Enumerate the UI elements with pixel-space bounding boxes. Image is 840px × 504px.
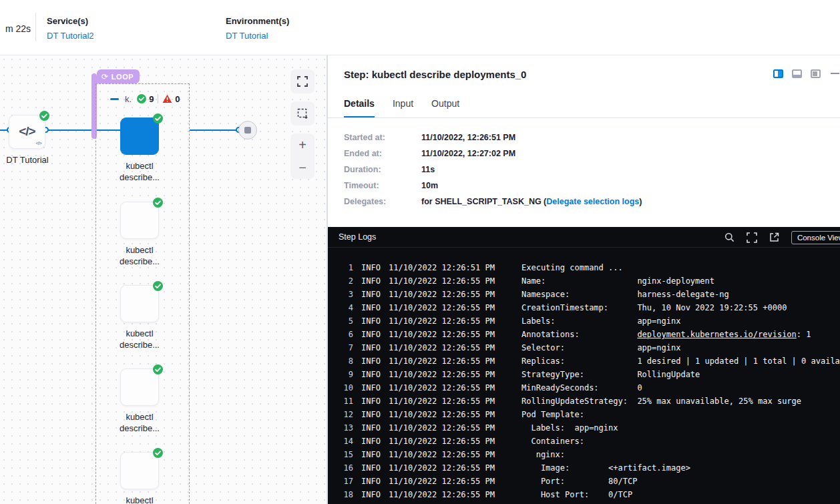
log-line-number: 11 <box>337 395 353 408</box>
layout-left-panel-button[interactable] <box>811 69 821 78</box>
log-line: 13INFO11/10/2022 12:26:55 PM Labels: app… <box>328 421 840 435</box>
minimize-panel-button[interactable] <box>831 73 839 74</box>
log-line: 9INFO11/10/2022 12:26:55 PMStrategyType:… <box>328 368 840 381</box>
log-timestamp: 11/10/2022 12:26:55 PM <box>389 421 494 435</box>
pipeline-node-kubectl-describe[interactable] <box>120 452 159 489</box>
tab-details[interactable]: Details <box>344 98 375 118</box>
log-line-number: 10 <box>337 381 353 395</box>
environment-block: Environment(s) DT Tutorial <box>226 16 289 41</box>
log-timestamp: 11/10/2022 12:26:55 PM <box>389 435 494 448</box>
tab-input[interactable]: Input <box>393 98 413 118</box>
log-line-number: 6 <box>337 328 353 341</box>
success-count: 9 <box>149 94 154 104</box>
log-timestamp: 11/10/2022 12:26:55 PM <box>389 408 494 421</box>
node-label-dt-tutorial: DT Tutorial <box>0 154 64 166</box>
search-logs-button[interactable] <box>724 232 734 242</box>
log-line-number: 4 <box>337 301 353 314</box>
log-message: StrategyType: RollingUpdate <box>521 368 700 381</box>
service-link[interactable]: DT Tutorial2 <box>47 31 94 41</box>
log-output[interactable]: 1INFO11/10/2022 12:26:51 PMExecuting com… <box>328 248 840 504</box>
log-annotation-link[interactable]: deployment.kubernetes.io/revision <box>637 330 796 339</box>
log-line-number: 3 <box>337 288 353 301</box>
environment-label: Environment(s) <box>226 16 289 26</box>
log-line-number: 5 <box>337 314 353 328</box>
detail-label: Started at: <box>344 133 421 142</box>
zoom-out-button[interactable]: − <box>290 156 314 179</box>
log-message: Host Port: 0/TCP <box>521 488 632 501</box>
pipeline-node-kubectl-describe[interactable] <box>120 117 159 155</box>
success-badge-icon <box>39 111 49 121</box>
detail-value: for SHELL_SCRIPT_TASK_NG (Delegate selec… <box>421 197 642 206</box>
log-level: INFO <box>361 288 381 301</box>
detail-row: Ended at:11/10/2022, 12:27:02 PM <box>344 146 642 162</box>
pipeline-graph-canvas[interactable]: ⟳ LOOP k. 9 0 </> </> DT Tutorial kubect… <box>0 55 327 504</box>
loop-badge[interactable]: ⟳ LOOP <box>97 69 140 83</box>
log-level: INFO <box>361 461 381 475</box>
node-label-kubectl-describe: kubectl describe... <box>103 160 176 183</box>
log-timestamp: 11/10/2022 12:26:55 PM <box>389 381 494 395</box>
log-line: 1INFO11/10/2022 12:26:51 PMExecuting com… <box>328 261 840 274</box>
log-line-number: 17 <box>337 475 353 488</box>
marquee-select-icon <box>297 108 308 119</box>
canvas-fullscreen-button[interactable] <box>290 69 314 93</box>
log-message: Namespace: harness-delegate-ng <box>521 288 729 301</box>
detail-value: 11/10/2022, 12:26:51 PM <box>421 133 515 142</box>
log-message: Annotations: deployment.kubernetes.io/re… <box>521 328 811 341</box>
log-line-number: 8 <box>337 354 353 368</box>
pipeline-node-kubectl-describe[interactable] <box>120 285 159 322</box>
console-view-button[interactable]: Console View <box>791 231 840 244</box>
tab-output[interactable]: Output <box>431 98 459 118</box>
step-details-list: Started at:11/10/2022, 12:26:51 PMEnded … <box>344 130 642 210</box>
pipeline-node-kubectl-describe[interactable] <box>120 202 159 239</box>
success-count-icon <box>137 94 146 103</box>
detail-row: Duration:11s <box>344 162 642 178</box>
layout-split-right-button[interactable] <box>773 69 783 78</box>
canvas-fit-selection-button[interactable] <box>290 101 314 125</box>
log-line: 4INFO11/10/2022 12:26:55 PMCreationTimes… <box>328 301 840 314</box>
success-badge-icon <box>153 113 163 123</box>
pipeline-node-dt-tutorial[interactable]: </> </> <box>9 115 45 149</box>
layout-split-right-icon <box>778 71 782 77</box>
log-level: INFO <box>361 368 381 381</box>
log-line-number: 13 <box>337 421 353 435</box>
log-level: INFO <box>361 435 381 448</box>
log-line: 16INFO11/10/2022 12:26:55 PM Image: <+ar… <box>328 461 840 475</box>
step-logs-title: Step Logs <box>339 232 376 242</box>
log-line-number: 7 <box>337 341 353 354</box>
log-timestamp: 11/10/2022 12:26:55 PM <box>389 274 494 288</box>
delegate-selection-logs-link[interactable]: Delegate selection logs <box>546 197 639 206</box>
log-line-number: 12 <box>337 408 353 421</box>
log-message: nginx: <box>521 448 565 461</box>
open-logs-new-tab-button[interactable] <box>769 232 779 242</box>
environment-link[interactable]: DT Tutorial <box>226 31 289 41</box>
log-timestamp: 11/10/2022 12:26:55 PM <box>389 341 494 354</box>
log-timestamp: 11/10/2022 12:26:55 PM <box>389 448 494 461</box>
count-divider <box>158 94 158 103</box>
log-level: INFO <box>361 475 381 488</box>
detail-value: 10m <box>421 181 438 190</box>
collapse-group-button[interactable] <box>110 98 119 100</box>
execution-duration: m 22s <box>0 23 31 34</box>
logs-fullscreen-button[interactable] <box>747 232 757 243</box>
service-label: Service(s) <box>47 16 94 26</box>
log-line: 7INFO11/10/2022 12:26:55 PMSelector: app… <box>328 341 840 354</box>
layout-bottom-panel-button[interactable] <box>792 69 802 78</box>
log-level: INFO <box>361 301 381 314</box>
log-level: INFO <box>361 395 381 408</box>
detail-label: Timeout: <box>344 181 421 190</box>
log-line: 12INFO11/10/2022 12:26:55 PMPod Template… <box>328 408 840 421</box>
detail-value: 11s <box>421 165 435 174</box>
success-badge-icon <box>153 448 163 458</box>
warning-count: 0 <box>175 94 180 104</box>
log-message: Image: <+artifact.image> <box>521 461 690 475</box>
log-message: Port: 80/TCP <box>521 475 637 488</box>
zoom-in-button[interactable]: + <box>290 134 314 156</box>
log-level: INFO <box>361 408 381 421</box>
log-message: CreationTimestamp: Thu, 10 Nov 2022 19:2… <box>521 301 787 314</box>
log-timestamp: 11/10/2022 12:26:55 PM <box>389 314 494 328</box>
detail-label: Delegates: <box>344 197 421 206</box>
pipeline-end-node[interactable] <box>238 121 257 140</box>
step-group-header: k. 9 0 <box>110 93 180 105</box>
pipeline-node-kubectl-describe[interactable] <box>120 368 159 406</box>
header-divider <box>35 13 36 41</box>
